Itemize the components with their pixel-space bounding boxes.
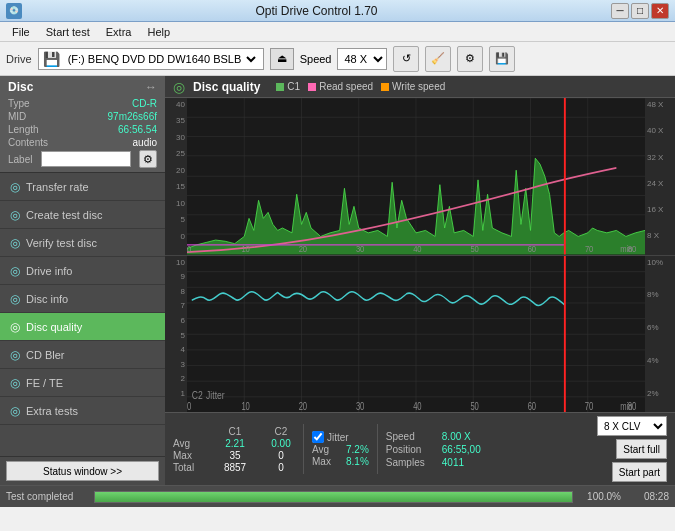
c1-header: C1	[221, 426, 249, 437]
menu-start-test[interactable]: Start test	[38, 24, 98, 40]
svg-text:40: 40	[413, 243, 422, 254]
save-button[interactable]: 💾	[489, 46, 515, 72]
sidebar-item-fe-te[interactable]: ◎ FE / TE	[0, 369, 165, 397]
menu-file[interactable]: File	[4, 24, 38, 40]
legend-write-label: Write speed	[392, 81, 445, 92]
chart2-svg: C2 Jitter 0 10 20 30 40 50 60 70 80 min	[187, 256, 645, 413]
clv-speed-dropdown[interactable]: 8 X CLV 4 X CLV 2 X CLV	[597, 416, 667, 436]
speed-position-stats: Speed 8.00 X Position 66:55,00 Samples 4…	[386, 431, 481, 468]
disc-type-label: Type	[8, 98, 30, 109]
legend-write-dot	[381, 83, 389, 91]
speed-value: 8.00 X	[442, 431, 471, 442]
max-label: Max	[173, 450, 203, 461]
disc-action-button[interactable]: ⚙	[457, 46, 483, 72]
sidebar-item-cd-bler[interactable]: ◎ CD Bler	[0, 341, 165, 369]
sidebar-item-disc-info-label: Disc info	[26, 293, 68, 305]
sidebar-item-fe-te-label: FE / TE	[26, 377, 63, 389]
menu-extra[interactable]: Extra	[98, 24, 140, 40]
svg-text:10: 10	[241, 243, 250, 254]
stats-c1-c2-table: C1 C2 Avg 2.21 0.00 Max 35 0 Total 8857 …	[173, 426, 295, 473]
disc-info-icon: ◎	[10, 292, 20, 306]
svg-text:40: 40	[413, 400, 421, 411]
chart1-y-axis-right: 48 X 40 X 32 X 24 X 16 X 8 X	[645, 98, 675, 255]
disc-label-input[interactable]	[41, 151, 131, 167]
legend-read: Read speed	[308, 81, 373, 92]
chart1-y-axis-left: 40 35 30 25 20 15 10 5 0	[165, 98, 187, 255]
disc-panel: Disc ↔ Type CD-R MID 97m26s66f Length 66…	[0, 76, 165, 173]
chart2-y-axis-left: 10 9 8 7 6 5 4 3 2 1	[165, 256, 187, 413]
sidebar-item-create-test-disc-label: Create test disc	[26, 209, 102, 221]
legend-c1: C1	[276, 81, 300, 92]
disc-expand-icon[interactable]: ↔	[145, 80, 157, 94]
jitter-label: Jitter	[327, 432, 349, 443]
eraser-button[interactable]: 🧹	[425, 46, 451, 72]
status-window-button[interactable]: Status window >>	[6, 461, 159, 481]
svg-text:min: min	[620, 400, 632, 411]
sidebar-item-disc-quality[interactable]: ◎ Disc quality	[0, 313, 165, 341]
drive-info-icon: ◎	[10, 264, 20, 278]
avg-c2-value: 0.00	[267, 438, 295, 449]
menu-bar: File Start test Extra Help	[0, 22, 675, 42]
cd-bler-icon: ◎	[10, 348, 20, 362]
svg-text:0: 0	[187, 243, 191, 254]
charts-area: 40 35 30 25 20 15 10 5 0	[165, 98, 675, 412]
maximize-button[interactable]: □	[631, 3, 649, 19]
sidebar-item-drive-info-label: Drive info	[26, 265, 72, 277]
stats-bar: C1 C2 Avg 2.21 0.00 Max 35 0 Total 8857 …	[165, 412, 675, 485]
disc-type-row: Type CD-R	[8, 98, 157, 109]
toolbar: Drive 💾 (F:) BENQ DVD DD DW1640 BSLB ⏏ S…	[0, 42, 675, 76]
jitter-max-label: Max	[312, 456, 342, 467]
close-button[interactable]: ✕	[651, 3, 669, 19]
sidebar-item-create-test-disc[interactable]: ◎ Create test disc	[0, 201, 165, 229]
sidebar-item-transfer-rate-label: Transfer rate	[26, 181, 89, 193]
jitter-checkbox[interactable]	[312, 431, 324, 443]
disc-length-row: Length 66:56.54	[8, 124, 157, 135]
refresh-button[interactable]: ↺	[393, 46, 419, 72]
total-c1-value: 8857	[221, 462, 249, 473]
eject-button[interactable]: ⏏	[270, 48, 294, 70]
svg-text:30: 30	[356, 400, 364, 411]
position-label: Position	[386, 444, 436, 455]
sidebar: Disc ↔ Type CD-R MID 97m26s66f Length 66…	[0, 76, 165, 485]
drive-icon: 💾	[43, 51, 60, 67]
progress-section: Test completed 100.0% 08:28	[0, 485, 675, 507]
max-c2-value: 0	[267, 450, 295, 461]
max-c1-value: 35	[221, 450, 249, 461]
samples-label: Samples	[386, 457, 436, 468]
stats-divider1	[303, 424, 304, 474]
sidebar-item-extra-tests[interactable]: ◎ Extra tests	[0, 397, 165, 425]
sidebar-item-verify-test-disc-label: Verify test disc	[26, 237, 97, 249]
speed-dropdown[interactable]: 48 X Max	[337, 48, 387, 70]
drive-dropdown[interactable]: (F:) BENQ DVD DD DW1640 BSLB	[64, 49, 259, 69]
disc-quality-header-icon: ◎	[173, 79, 185, 95]
progress-bar	[94, 491, 573, 503]
status-text: Test completed	[6, 491, 86, 502]
progress-bar-fill	[95, 492, 572, 502]
sidebar-item-disc-info[interactable]: ◎ Disc info	[0, 285, 165, 313]
start-full-button[interactable]: Start full	[616, 439, 667, 459]
disc-contents-row: Contents audio	[8, 137, 157, 148]
progress-time: 08:28	[629, 491, 669, 502]
disc-quality-header: ◎ Disc quality C1 Read speed Write speed	[165, 76, 675, 98]
minimize-button[interactable]: ─	[611, 3, 629, 19]
svg-text:60: 60	[528, 400, 536, 411]
app-icon: 💿	[6, 3, 22, 19]
sidebar-item-extra-tests-label: Extra tests	[26, 405, 78, 417]
svg-text:50: 50	[470, 400, 478, 411]
legend-read-label: Read speed	[319, 81, 373, 92]
drive-selector[interactable]: 💾 (F:) BENQ DVD DD DW1640 BSLB	[38, 48, 264, 70]
svg-text:60: 60	[528, 243, 537, 254]
sidebar-item-drive-info[interactable]: ◎ Drive info	[0, 257, 165, 285]
sidebar-item-transfer-rate[interactable]: ◎ Transfer rate	[0, 173, 165, 201]
sidebar-item-verify-test-disc[interactable]: ◎ Verify test disc	[0, 229, 165, 257]
chart2-container: 10 9 8 7 6 5 4 3 2 1	[165, 256, 675, 413]
disc-panel-header: Disc ↔	[8, 80, 157, 94]
menu-help[interactable]: Help	[139, 24, 178, 40]
start-part-button[interactable]: Start part	[612, 462, 667, 482]
progress-percentage: 100.0%	[581, 491, 621, 502]
disc-mid-label: MID	[8, 111, 26, 122]
content-area: ◎ Disc quality C1 Read speed Write speed	[165, 76, 675, 485]
label-gear-button[interactable]: ⚙	[139, 150, 157, 168]
svg-text:0: 0	[187, 400, 191, 411]
samples-value: 4011	[442, 457, 464, 468]
